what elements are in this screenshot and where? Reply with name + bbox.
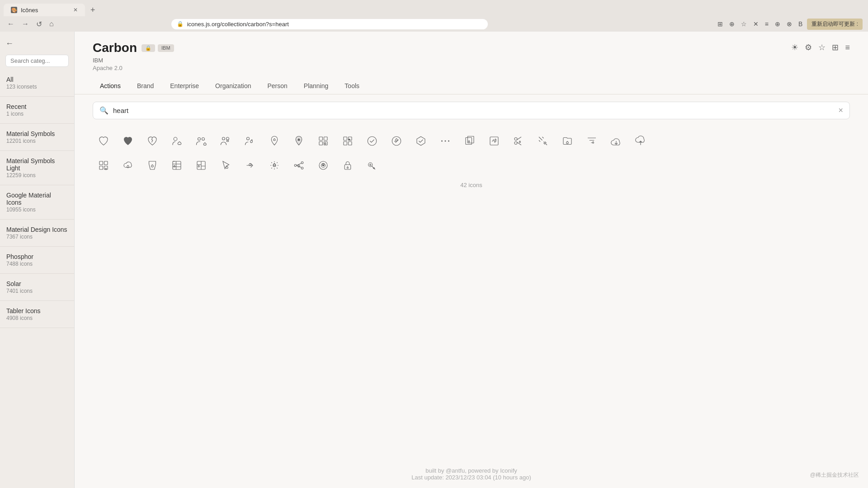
address-bar: ← → ↺ ⌂ 🔒 icones.js.org/collection/carbo…: [0, 16, 868, 32]
settings-button[interactable]: ⚙: [805, 42, 812, 52]
sidebar-item-gmi[interactable]: Google Material Icons 10955 icons: [0, 188, 74, 216]
svg-point-32: [301, 162, 303, 164]
icon-nodes-heart[interactable]: [288, 155, 310, 176]
restart-button[interactable]: 重新启动即可更新 :: [807, 19, 863, 30]
back-to-home-button[interactable]: ←: [5, 39, 14, 48]
icon-folder-heart[interactable]: [557, 130, 578, 152]
sidebar-item-material-symbols[interactable]: Material Symbols 12201 icons: [0, 127, 74, 148]
sidebar-item-gmi-label: Google Material Icons: [6, 192, 68, 206]
search-input[interactable]: [113, 107, 834, 114]
footer-built-by: built by @antfu, powered by Iconify: [82, 467, 861, 474]
icon-key-heart[interactable]: [361, 155, 383, 176]
tab-enterprise[interactable]: Enterprise: [163, 79, 206, 94]
icon-hex-check[interactable]: [410, 130, 432, 152]
active-tab[interactable]: 🎨 Icônes ✕: [4, 4, 85, 16]
svg-rect-12: [344, 142, 347, 145]
favorites-button[interactable]: ☆: [818, 42, 826, 52]
icon-location-heart[interactable]: [264, 130, 285, 152]
sidebar-search-input[interactable]: [5, 55, 69, 67]
icon-table-split[interactable]: [190, 155, 212, 176]
icon-target-heart[interactable]: [312, 155, 334, 176]
icon-grid-1[interactable]: [312, 130, 334, 152]
collection-name: Carbon: [93, 41, 137, 55]
svg-point-1: [198, 138, 201, 141]
icon-cursor-heart[interactable]: [215, 155, 236, 176]
sidebar-item-gmi-count: 10955 icons: [6, 206, 68, 213]
tab-planning[interactable]: Planning: [297, 79, 336, 94]
layout-button[interactable]: ⊞: [832, 42, 839, 52]
icon-couple-heart[interactable]: [215, 130, 236, 152]
svg-point-2: [202, 138, 205, 141]
icon-user-heart[interactable]: [166, 130, 188, 152]
icon-arrow-heart[interactable]: [239, 155, 261, 176]
forward-button[interactable]: →: [20, 19, 31, 29]
close-tab-button[interactable]: ✕: [73, 7, 78, 13]
sidebar-item-tabler[interactable]: Tabler Icons 4908 icons: [0, 304, 74, 325]
extension-btn-3[interactable]: ✕: [751, 19, 760, 28]
icon-tower-heart[interactable]: [142, 155, 163, 176]
bookmark-btn[interactable]: ☆: [739, 19, 749, 28]
url-bar[interactable]: 🔒 icones.js.org/collection/carbon?s=hear…: [171, 19, 488, 29]
icon-lock-heart[interactable]: [337, 155, 359, 176]
icon-group-heart[interactable]: [190, 130, 212, 152]
tab-actions[interactable]: Actions: [93, 79, 128, 94]
icon-cloud-heart[interactable]: [117, 155, 139, 176]
extension-btn-6[interactable]: ⊗: [785, 19, 794, 28]
extension-btn-4[interactable]: ≡: [763, 19, 770, 28]
icon-heart-filled[interactable]: [117, 130, 139, 152]
icon-circle-check[interactable]: [386, 130, 407, 152]
menu-button[interactable]: ≡: [845, 42, 850, 52]
icon-scissors[interactable]: [508, 130, 529, 152]
icon-down-cloud[interactable]: [605, 130, 627, 152]
icon-filter-heart[interactable]: [581, 130, 603, 152]
page-footer: built by @antfu, powered by Iconify Last…: [75, 460, 868, 488]
icon-user-couple-heart[interactable]: [239, 130, 261, 152]
tab-organization[interactable]: Organization: [208, 79, 258, 94]
icon-swords[interactable]: [532, 130, 554, 152]
icon-chart-heart[interactable]: [483, 130, 505, 152]
reload-button[interactable]: ↺: [34, 19, 44, 29]
badge-publisher: IBM: [158, 44, 174, 52]
sidebar-item-solar[interactable]: Solar 7401 icons: [0, 277, 74, 298]
sidebar-section-gmi: Google Material Icons 10955 icons: [0, 185, 74, 220]
icon-gear-heart[interactable]: [264, 155, 285, 176]
theme-toggle-button[interactable]: ☀: [791, 42, 798, 52]
svg-point-3: [222, 137, 225, 140]
icon-frame-1[interactable]: [459, 130, 481, 152]
icon-heart-broken[interactable]: [142, 130, 163, 152]
sidebar-item-recent[interactable]: Recent 1 icons: [0, 99, 74, 121]
sidebar-item-msl[interactable]: Material Symbols Light 12259 icons: [0, 154, 74, 182]
new-tab-button[interactable]: +: [87, 5, 99, 16]
sidebar-section-tabler: Tabler Icons 4908 icons: [0, 301, 74, 328]
icon-check-heart[interactable]: [361, 130, 383, 152]
tab-tools[interactable]: Tools: [337, 79, 367, 94]
search-clear-button[interactable]: ×: [838, 106, 843, 115]
sidebar-item-msl-label: Material Symbols Light: [6, 157, 68, 172]
back-button[interactable]: ←: [5, 19, 16, 29]
tab-person[interactable]: Person: [260, 79, 294, 94]
sidebar-item-mdi[interactable]: Material Design Icons 7367 icons: [0, 222, 74, 244]
extension-btn-7[interactable]: B: [797, 19, 804, 28]
sidebar-section-recent: Recent 1 icons: [0, 97, 74, 124]
icon-pin-heart[interactable]: [288, 130, 310, 152]
sidebar-item-ms-count: 12201 icons: [6, 138, 68, 144]
sidebar-item-phosphor[interactable]: Phosphor 7488 icons: [0, 249, 74, 271]
icon-grid-2[interactable]: [337, 130, 359, 152]
extension-btn-5[interactable]: ⊕: [773, 19, 782, 28]
icon-heart-outline[interactable]: [93, 130, 114, 152]
tab-brand[interactable]: Brand: [130, 79, 161, 94]
sidebar-item-all[interactable]: All 123 iconsets: [0, 72, 74, 94]
icon-table-heart[interactable]: [166, 155, 188, 176]
icon-grid-3[interactable]: [93, 155, 114, 176]
svg-point-14: [368, 136, 377, 145]
extension-btn-1[interactable]: ⊞: [716, 19, 725, 28]
icon-dots[interactable]: [434, 130, 456, 152]
sidebar-item-all-label: All: [6, 76, 68, 83]
home-button[interactable]: ⌂: [47, 19, 56, 29]
svg-rect-8: [319, 142, 323, 145]
lock-icon: 🔒: [177, 21, 184, 27]
svg-rect-27: [104, 166, 108, 170]
icon-upload-cloud[interactable]: [630, 130, 651, 152]
extension-btn-2[interactable]: ⊕: [727, 19, 736, 28]
footer-last-update: Last update: 2023/12/23 03:04 (10 hours …: [82, 474, 861, 481]
